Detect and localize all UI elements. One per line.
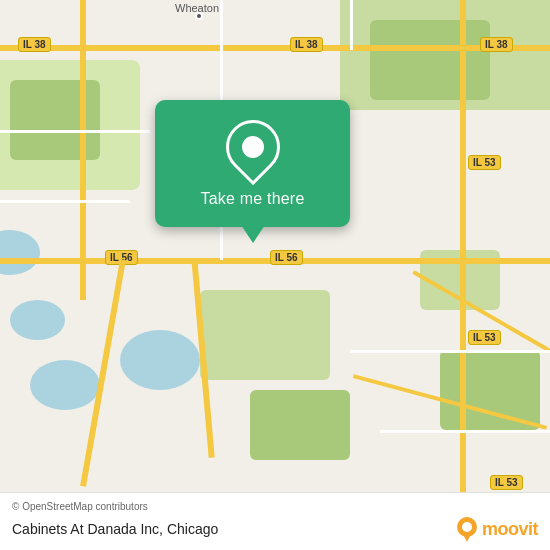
city-dot <box>195 12 203 20</box>
pin-outer <box>214 109 290 185</box>
small-road-v2 <box>350 0 353 50</box>
road-il53-v <box>460 0 466 550</box>
water-4 <box>120 330 200 390</box>
water-3 <box>30 360 100 410</box>
popup-card[interactable]: Take me there <box>155 100 350 227</box>
pin-inner <box>237 131 268 162</box>
small-road-1 <box>0 130 150 133</box>
small-road-3 <box>350 350 550 353</box>
road-label-il53-3: IL 53 <box>490 475 523 490</box>
road-label-il38-3: IL 38 <box>480 37 513 52</box>
small-road-4 <box>380 430 550 433</box>
road-label-il53-2: IL 53 <box>468 330 501 345</box>
small-road-2 <box>0 200 130 203</box>
green-area-3 <box>500 0 550 70</box>
road-label-il53-1: IL 53 <box>468 155 501 170</box>
green-area-bottom <box>200 290 330 380</box>
road-label-il38-1: IL 38 <box>18 37 51 52</box>
map-attribution: © OpenStreetMap contributors <box>12 501 538 512</box>
moovit-text: moovit <box>482 519 538 540</box>
green-area-right-2 <box>440 350 540 430</box>
road-label-il38-2: IL 38 <box>290 37 323 52</box>
green-area-2 <box>370 20 490 100</box>
road-v-left <box>80 0 86 300</box>
bottom-bar: © OpenStreetMap contributors Cabinets At… <box>0 492 550 550</box>
take-me-there-button[interactable]: Take me there <box>170 186 335 212</box>
place-name: Cabinets At Danada Inc, Chicago <box>12 521 218 537</box>
svg-marker-2 <box>463 534 471 542</box>
place-info-row: Cabinets At Danada Inc, Chicago moovit <box>12 516 538 542</box>
moovit-logo: moovit <box>456 516 538 542</box>
water-2 <box>10 300 65 340</box>
location-pin <box>226 120 280 174</box>
map-container: IL 38 IL 38 IL 38 IL 56 IL 56 IL 53 IL 5… <box>0 0 550 550</box>
moovit-pin-icon <box>456 516 478 542</box>
road-label-il56-2: IL 56 <box>270 250 303 265</box>
green-area-left-2 <box>10 80 100 160</box>
svg-point-1 <box>462 522 472 532</box>
green-area-bottom-2 <box>250 390 350 460</box>
